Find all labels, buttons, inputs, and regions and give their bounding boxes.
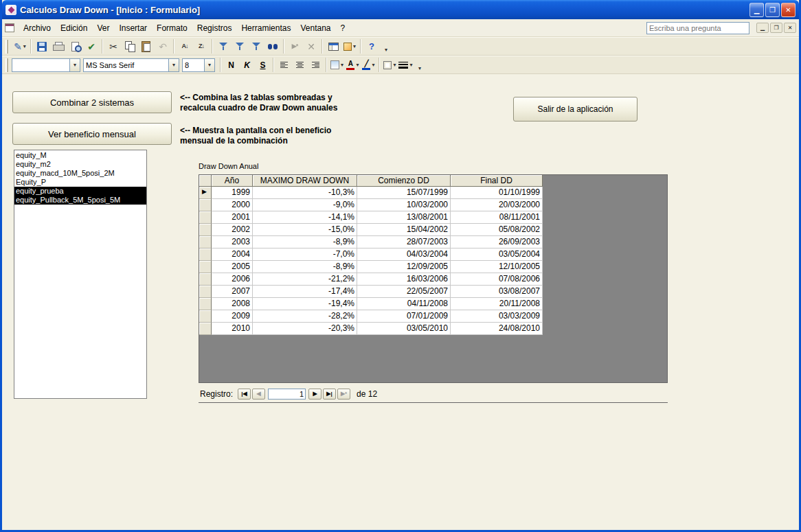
cell-dd-start[interactable]: 13/08/2001 xyxy=(357,211,451,224)
row-selector[interactable] xyxy=(199,199,212,211)
object-combo[interactable]: ▾ xyxy=(12,58,80,72)
mdi-restore-button[interactable]: ❐ xyxy=(770,23,782,33)
font-combo[interactable]: MS Sans Serif ▾ xyxy=(83,58,179,72)
last-record-button[interactable]: ▶| xyxy=(323,389,336,400)
row-selector[interactable] xyxy=(199,298,212,310)
menu-item[interactable]: Ver xyxy=(92,21,114,36)
cell-year[interactable]: 2001 xyxy=(212,211,253,224)
fill-color-button[interactable]: ▾ xyxy=(329,58,345,73)
cell-max-drawdown[interactable]: -9,0% xyxy=(253,199,357,211)
cell-max-drawdown[interactable]: -10,3% xyxy=(253,187,357,199)
font-color-button[interactable]: A ▾ xyxy=(345,58,361,73)
mdi-close-button[interactable]: ✕ xyxy=(784,23,796,33)
cell-dd-end[interactable]: 03/05/2004 xyxy=(451,248,543,261)
menu-item[interactable]: Ventana xyxy=(295,21,335,36)
sort-descending-button[interactable]: Z↓ xyxy=(193,38,210,54)
list-item[interactable]: equity_prueba xyxy=(14,187,146,196)
row-selector[interactable] xyxy=(199,323,212,335)
mdi-minimize-button[interactable]: ▁ xyxy=(756,23,769,33)
list-item[interactable]: equity_M xyxy=(14,151,146,160)
underline-button[interactable]: S xyxy=(255,58,271,73)
list-item[interactable]: equity_Pullback_5M_5posi_5M xyxy=(14,196,146,205)
line-style-button[interactable]: ▾ xyxy=(398,58,414,73)
dropdown-icon[interactable]: ▾ xyxy=(168,59,179,71)
cell-dd-start[interactable]: 15/04/2002 xyxy=(357,224,451,236)
cell-dd-end[interactable]: 24/08/2010 xyxy=(451,323,543,335)
row-selector[interactable] xyxy=(199,286,212,298)
spelling-button[interactable]: ✔ xyxy=(83,38,100,54)
find-button[interactable] xyxy=(264,38,281,54)
select-all-corner[interactable] xyxy=(199,175,212,187)
row-selector[interactable] xyxy=(199,211,212,224)
cell-year[interactable]: 2002 xyxy=(212,224,253,236)
menu-item[interactable]: Registros xyxy=(192,21,237,36)
cell-dd-end[interactable]: 20/11/2008 xyxy=(451,298,543,310)
cell-year[interactable]: 2007 xyxy=(212,286,253,298)
database-window-button[interactable] xyxy=(325,38,341,54)
font-size-combo[interactable]: 8 ▾ xyxy=(182,58,215,72)
toolbar-options-button[interactable]: ▾ xyxy=(415,57,425,73)
cell-dd-end[interactable]: 05/08/2002 xyxy=(451,224,543,236)
cell-dd-start[interactable]: 03/05/2010 xyxy=(357,323,451,335)
cell-dd-end[interactable]: 26/09/2003 xyxy=(451,236,543,248)
column-header[interactable]: MAXIMO DRAW DOWN xyxy=(253,175,357,187)
print-preview-button[interactable] xyxy=(67,38,83,54)
menu-item[interactable]: Herramientas xyxy=(236,21,295,36)
restore-button[interactable]: ❐ xyxy=(765,3,780,17)
next-record-button[interactable]: ▶ xyxy=(308,389,321,400)
align-center-button[interactable] xyxy=(292,58,308,73)
cell-max-drawdown[interactable]: -28,2% xyxy=(253,310,357,323)
cell-year[interactable]: 2008 xyxy=(212,298,253,310)
filter-by-selection-button[interactable] xyxy=(215,38,232,54)
toolbar-grip[interactable] xyxy=(5,40,9,54)
cell-year[interactable]: 2006 xyxy=(212,273,253,286)
align-left-button[interactable] xyxy=(276,58,292,73)
cell-dd-start[interactable]: 04/11/2008 xyxy=(357,298,451,310)
list-item[interactable]: equity_macd_10M_5posi_2M xyxy=(14,169,146,178)
copy-button[interactable] xyxy=(122,38,138,54)
toolbar-grip[interactable] xyxy=(5,58,9,72)
cell-year[interactable]: 2000 xyxy=(212,199,253,211)
cell-max-drawdown[interactable]: -8,9% xyxy=(253,236,357,248)
cell-max-drawdown[interactable]: -8,9% xyxy=(253,261,357,273)
row-selector[interactable] xyxy=(199,236,212,248)
cell-max-drawdown[interactable]: -15,0% xyxy=(253,224,357,236)
cell-dd-end[interactable]: 07/08/2006 xyxy=(451,273,543,286)
cell-max-drawdown[interactable]: -20,3% xyxy=(253,323,357,335)
line-color-button[interactable]: ╱ ▾ xyxy=(361,58,376,73)
row-selector[interactable] xyxy=(199,261,212,273)
list-item[interactable]: Equity_P xyxy=(14,178,146,187)
cell-dd-end[interactable]: 20/03/2000 xyxy=(451,199,543,211)
cell-dd-start[interactable]: 10/03/2000 xyxy=(357,199,451,211)
border-button[interactable]: ▾ xyxy=(382,58,398,73)
previous-record-button[interactable]: ◀ xyxy=(252,389,265,400)
close-button[interactable]: ✕ xyxy=(781,3,796,17)
row-selector[interactable]: ▶ xyxy=(199,187,212,199)
equity-listbox[interactable]: equity_M equity_m2 equity_macd_10M_5posi… xyxy=(14,150,147,399)
first-record-button[interactable]: |◀ xyxy=(238,389,251,400)
new-object-button[interactable]: ▾ xyxy=(341,38,358,54)
column-header[interactable]: Final DD xyxy=(451,175,543,187)
cell-dd-end[interactable]: 01/10/1999 xyxy=(451,187,543,199)
cell-dd-end[interactable]: 03/08/2007 xyxy=(451,286,543,298)
cell-dd-end[interactable]: 12/10/2005 xyxy=(451,261,543,273)
cell-dd-start[interactable]: 22/05/2007 xyxy=(357,286,451,298)
help-button[interactable]: ? xyxy=(363,38,380,54)
cell-dd-end[interactable]: 03/03/2009 xyxy=(451,310,543,323)
dropdown-icon[interactable]: ▾ xyxy=(69,59,80,71)
menu-item[interactable]: Archivo xyxy=(19,21,56,36)
row-selector[interactable] xyxy=(199,310,212,323)
minimize-button[interactable]: ▁ xyxy=(749,3,764,17)
row-selector[interactable] xyxy=(199,224,212,236)
cell-dd-start[interactable]: 15/07/1999 xyxy=(357,187,451,199)
cell-max-drawdown[interactable]: -14,1% xyxy=(253,211,357,224)
apply-filter-button[interactable] xyxy=(248,38,264,54)
menu-item[interactable]: ? xyxy=(336,21,350,36)
dropdown-icon[interactable]: ▾ xyxy=(204,59,214,71)
filter-by-form-button[interactable] xyxy=(232,38,248,54)
cell-dd-start[interactable]: 28/07/2003 xyxy=(357,236,451,248)
cell-year[interactable]: 1999 xyxy=(212,187,253,199)
monthly-benefit-button[interactable]: Ver beneficio mensual xyxy=(12,123,172,145)
cell-max-drawdown[interactable]: -7,0% xyxy=(253,248,357,261)
column-header[interactable]: Año xyxy=(212,175,253,187)
